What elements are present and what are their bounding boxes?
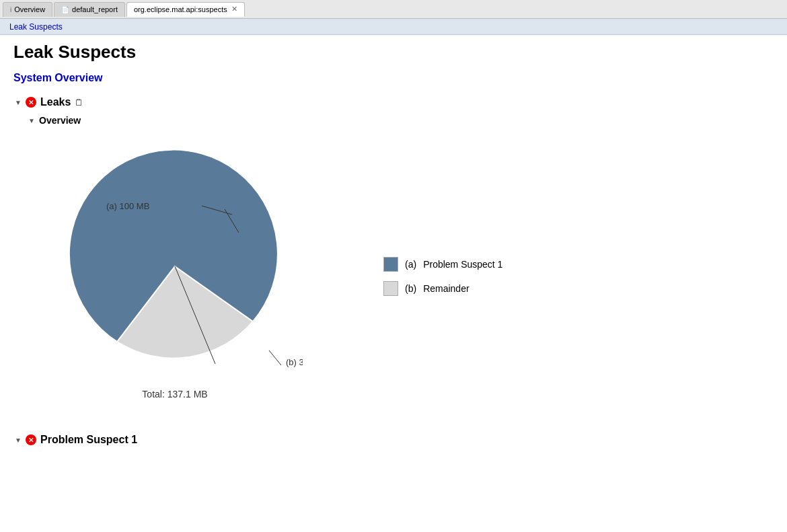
problem-suspect-collapse-arrow[interactable]: ▼: [13, 435, 23, 445]
label-a-text: (a) 100 MB: [106, 201, 149, 211]
legend-label-a: Problem Suspect 1: [423, 259, 502, 270]
page-title: Leak Suspects: [13, 42, 774, 63]
legend-label-b: Remainder: [423, 283, 469, 294]
pie-chart: (a) 100 MB (b) 37.1 MB Total: 137.1 MB: [47, 135, 330, 418]
tab-overview-label: Overview: [14, 5, 45, 13]
chart-total: Total: 137.1 MB: [142, 389, 207, 400]
overview-section: ▼ Overview: [27, 115, 774, 418]
chart-area: (a) 100 MB (b) 37.1 MB Total: 137.1 MB: [47, 135, 774, 418]
legend-key-a: (a): [405, 259, 416, 270]
tab-default-report-label: default_report: [72, 5, 118, 13]
legend-swatch-a: [383, 257, 398, 272]
legend-key-b: (b): [405, 283, 416, 294]
info-icon: i: [10, 6, 11, 13]
tab-bar: i Overview 📄 default_report org.eclipse.…: [0, 0, 787, 19]
problem-suspect-section: ▼ ✕ Problem Suspect 1: [13, 434, 774, 446]
chart-legend: (a) Problem Suspect 1 (b) Remainder: [383, 257, 502, 296]
breadcrumb-bar: Leak Suspects: [0, 19, 787, 35]
system-overview-link[interactable]: System Overview: [13, 72, 103, 83]
tab-suspects[interactable]: org.eclipse.mat.api:suspects ✕: [126, 2, 245, 17]
breadcrumb-link[interactable]: Leak Suspects: [9, 22, 63, 32]
pointer-b: [269, 350, 281, 365]
problem-suspect-title: Problem Suspect 1: [40, 434, 137, 446]
leaks-error-icon: ✕: [26, 97, 36, 108]
main-content: Leak Suspects System Overview ▼ ✕ Leaks …: [0, 35, 787, 459]
overview-header: ▼ Overview: [27, 115, 774, 126]
problem-suspect-error-icon: ✕: [26, 434, 36, 445]
tab-default-report[interactable]: 📄 default_report: [54, 2, 125, 17]
label-a-line2: [215, 364, 303, 404]
tab-suspects-label: org.eclipse.mat.api:suspects: [134, 5, 227, 13]
legend-item-a: (a) Problem Suspect 1: [383, 257, 502, 272]
close-icon[interactable]: ✕: [231, 5, 237, 13]
legend-swatch-b: [383, 281, 398, 296]
report-icon: 📄: [61, 6, 69, 13]
overview-title: Overview: [39, 115, 81, 126]
export-icon[interactable]: 🗒: [75, 98, 83, 108]
overview-collapse-arrow[interactable]: ▼: [27, 116, 36, 125]
label-b-text: (b) 37.1 MB: [286, 357, 303, 367]
leaks-section-header: ▼ ✕ Leaks 🗒: [13, 96, 774, 108]
leaks-section-title: Leaks: [40, 96, 71, 108]
tab-overview[interactable]: i Overview: [3, 2, 52, 17]
legend-item-b: (b) Remainder: [383, 281, 502, 296]
leaks-collapse-arrow[interactable]: ▼: [13, 98, 23, 107]
